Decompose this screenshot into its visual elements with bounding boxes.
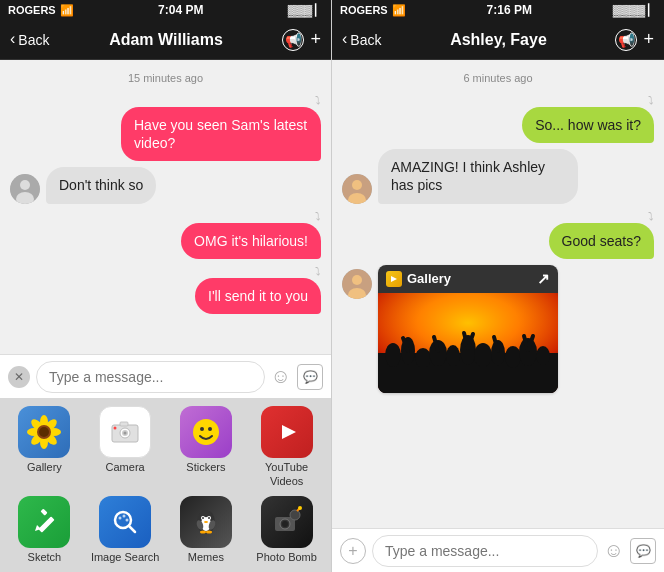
svg-point-58: [385, 343, 401, 367]
table-row: ⤵ So... how was it?: [342, 94, 654, 143]
svg-point-37: [204, 521, 208, 523]
status-carrier-right: ROGERS 📶: [340, 4, 406, 17]
svg-point-12: [39, 427, 49, 437]
forward-icon: ⤵: [315, 265, 321, 277]
app-label-gallery: Gallery: [27, 461, 62, 474]
header-icons-right: 📢 +: [615, 29, 654, 51]
share-icon[interactable]: ↗: [537, 270, 550, 288]
svg-point-1: [20, 180, 30, 190]
message-text: Good seats?: [562, 233, 641, 249]
add-contact-icon-left[interactable]: +: [310, 29, 321, 50]
message-input-right[interactable]: [372, 535, 598, 567]
emoji-icon-left[interactable]: ☺: [271, 365, 291, 388]
forward-icon: ⤵: [648, 94, 654, 106]
app-item-stickers[interactable]: Stickers: [170, 406, 243, 487]
gallery-card-header: Gallery ↗: [378, 265, 558, 293]
app-label-sketch: Sketch: [28, 551, 62, 564]
time-left: 7:04 PM: [158, 3, 203, 17]
carrier-left: ROGERS: [8, 4, 56, 16]
send-button-left[interactable]: 💬: [297, 364, 323, 390]
message-bubble: Don't think so: [46, 167, 156, 203]
forward-icon: ⤵: [315, 210, 321, 222]
svg-point-64: [474, 343, 492, 367]
back-button-left[interactable]: ‹ Back: [10, 31, 49, 48]
status-carrier-left: ROGERS 📶: [8, 4, 74, 17]
message-bubble: I'll send it to you: [195, 278, 321, 314]
svg-point-41: [206, 530, 212, 533]
emoji-icon-right[interactable]: ☺: [604, 539, 624, 562]
table-row: ⤵ Good seats?: [342, 210, 654, 259]
avatar: [342, 269, 372, 299]
message-bubble: AMAZING! I think Ashley has pics: [378, 149, 578, 203]
svg-rect-17: [120, 422, 128, 426]
svg-point-35: [202, 517, 204, 519]
input-area-right: + ☺ 💬: [332, 528, 664, 572]
memes-icon: [180, 496, 232, 548]
chat-header-left: ‹ Back Adam Williams 📢 +: [0, 20, 331, 60]
app-grid: Gallery Camera: [0, 398, 331, 572]
svg-point-29: [123, 514, 126, 517]
battery-right: ▓▓▓▓ ▏: [613, 4, 656, 17]
app-item-memes[interactable]: Memes: [170, 496, 243, 564]
header-icons-left: 📢 +: [282, 29, 321, 51]
app-item-camera[interactable]: Camera: [89, 406, 162, 487]
clear-button-left[interactable]: ✕: [8, 366, 30, 388]
svg-point-45: [290, 510, 300, 520]
svg-rect-25: [41, 508, 48, 515]
timestamp-left: 15 minutes ago: [10, 72, 321, 84]
input-area-left: ✕ ☺ 💬: [0, 354, 331, 398]
forward-icon: ⤵: [648, 210, 654, 222]
messages-area-right: 6 minutes ago ⤵ So... how was it?: [332, 60, 664, 528]
table-row: ⤵ OMG it's hilarious!: [10, 210, 321, 259]
wifi-icon-right: 📶: [392, 4, 406, 17]
message-bubble: So... how was it?: [522, 107, 654, 143]
svg-point-20: [200, 427, 204, 431]
chevron-left-icon: ‹: [10, 30, 15, 48]
plus-icon-right: +: [348, 542, 357, 560]
svg-point-44: [282, 521, 288, 527]
app-item-photobomb[interactable]: Photo Bomb: [250, 496, 323, 564]
app-label-photobomb: Photo Bomb: [256, 551, 317, 564]
right-panel: ROGERS 📶 7:16 PM ▓▓▓▓ ▏ ‹ Back Ashley, F…: [332, 0, 664, 572]
send-icon-left: 💬: [303, 370, 318, 384]
imagesearch-icon: [99, 496, 151, 548]
wifi-icon-left: 📶: [60, 4, 74, 17]
app-item-imagesearch[interactable]: Image Search: [89, 496, 162, 564]
app-item-youtube[interactable]: YouTube Videos: [250, 406, 323, 487]
message-text: Don't think so: [59, 177, 143, 193]
app-item-sketch[interactable]: Sketch: [8, 496, 81, 564]
send-button-right[interactable]: 💬: [630, 538, 656, 564]
battery-left: ▓▓▓ ▏: [288, 4, 323, 17]
svg-point-21: [208, 427, 212, 431]
svg-line-27: [129, 526, 135, 532]
message-bubble: Good seats?: [549, 223, 654, 259]
speaker-icon-right[interactable]: 📢: [615, 29, 637, 51]
gallery-card: Gallery ↗: [378, 265, 558, 393]
table-row: ⤵ I'll send it to you: [10, 265, 321, 314]
close-icon-left: ✕: [14, 370, 24, 384]
gallery-image: [378, 293, 558, 393]
gallery-icon: [18, 406, 70, 458]
message-text: OMG it's hilarious!: [194, 233, 308, 249]
chat-title-left: Adam Williams: [109, 31, 223, 49]
message-input-left[interactable]: [36, 361, 265, 393]
back-button-right[interactable]: ‹ Back: [342, 31, 381, 48]
youtube-icon: [261, 406, 313, 458]
speaker-icon-left[interactable]: 📢: [282, 29, 304, 51]
carrier-right: ROGERS: [340, 4, 388, 16]
svg-point-47: [298, 506, 302, 510]
add-contact-icon-right[interactable]: +: [643, 29, 654, 50]
svg-point-28: [119, 516, 122, 519]
message-bubble: Have you seen Sam's latest video?: [121, 107, 321, 161]
app-label-stickers: Stickers: [186, 461, 225, 474]
add-button-right[interactable]: +: [340, 538, 366, 564]
app-label-imagesearch: Image Search: [91, 551, 159, 564]
app-item-gallery[interactable]: Gallery: [8, 406, 81, 487]
sketch-icon: [18, 496, 70, 548]
forward-icon: ⤵: [315, 94, 321, 106]
timestamp-right: 6 minutes ago: [342, 72, 654, 84]
table-row: Gallery ↗: [342, 265, 654, 393]
svg-point-30: [126, 518, 129, 521]
svg-point-18: [114, 427, 117, 430]
avatar: [10, 174, 40, 204]
